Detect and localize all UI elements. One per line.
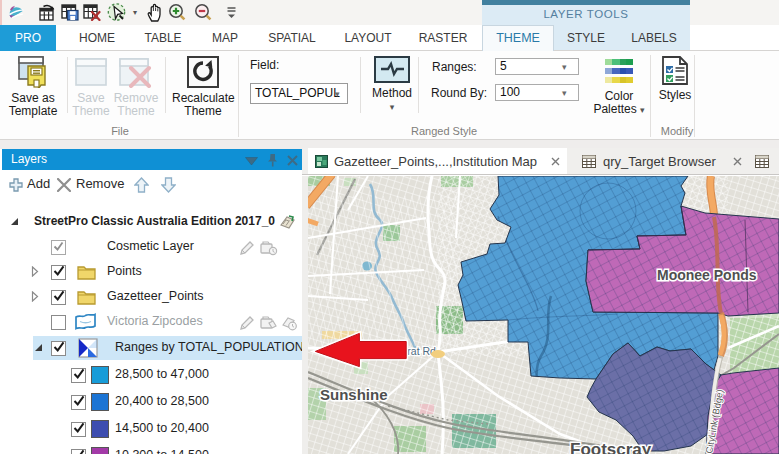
svg-text:Footscray: Footscray [570, 440, 652, 454]
svg-text:Sunshine: Sunshine [320, 386, 388, 403]
svg-text:Moonee Ponds: Moonee Ponds [657, 267, 757, 283]
